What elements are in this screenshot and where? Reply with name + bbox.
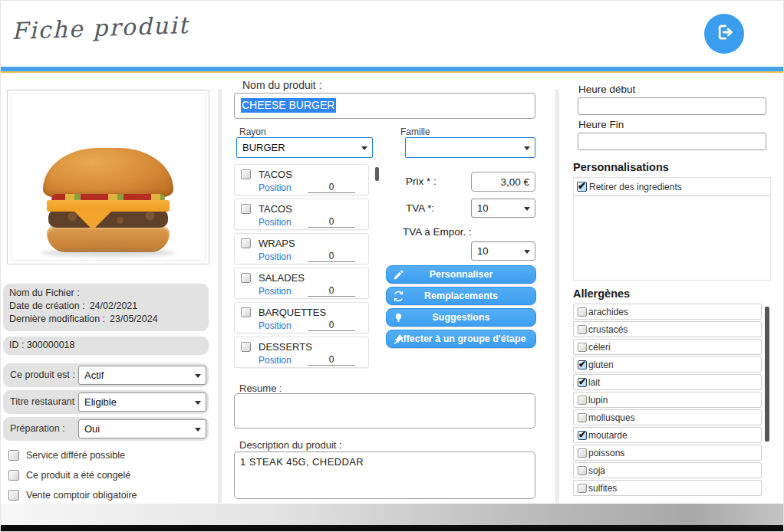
famille-select[interactable] xyxy=(405,137,535,158)
remplacements-button[interactable]: Remplacements xyxy=(386,287,536,305)
allergene-item[interactable]: mollusques xyxy=(573,409,762,425)
chevron-down-icon xyxy=(524,250,530,254)
personnalisations-panel: Retirer des ingredients xyxy=(573,177,771,281)
pin-icon xyxy=(393,333,404,345)
allergene-checkbox[interactable] xyxy=(578,325,587,334)
position-value[interactable]: 0 xyxy=(308,216,355,228)
allergene-checkbox[interactable] xyxy=(578,431,587,440)
allergene-checkbox[interactable] xyxy=(578,307,587,317)
heure-debut-input[interactable] xyxy=(578,97,766,115)
category-name: TACOS xyxy=(259,169,292,180)
titre-restaurant-row: Titre restaurant : Eligible xyxy=(3,390,209,414)
category-list-scrollbar[interactable] xyxy=(375,167,379,181)
position-value[interactable]: 0 xyxy=(308,285,355,297)
heure-debut-label: Heure début xyxy=(578,84,635,95)
heure-fin-input[interactable] xyxy=(578,133,766,150)
allergenes-list: arachidescrustacéscéleriglutenlaitlupinm… xyxy=(573,304,771,501)
rayon-select[interactable]: BURGER xyxy=(236,137,373,158)
allergene-item[interactable]: lait xyxy=(573,374,762,390)
position-label: Position xyxy=(259,286,292,297)
allergene-checkbox[interactable] xyxy=(578,448,587,458)
category-checkbox[interactable] xyxy=(241,307,251,317)
category-checkbox[interactable] xyxy=(241,273,251,283)
affecter-groupe-etape-button[interactable]: Affecter à un groupe d'étape xyxy=(386,330,536,348)
category-item: TACOSPosition0 xyxy=(234,164,369,195)
vente-comptoir-checkbox[interactable] xyxy=(8,490,19,501)
logout-button[interactable] xyxy=(704,14,744,54)
tva-select[interactable]: 10 xyxy=(471,199,535,218)
allergene-item[interactable]: arachides xyxy=(573,304,762,320)
allergene-checkbox[interactable] xyxy=(578,343,587,352)
vente-comptoir-checkbox-row: Vente comptoir obligatoire xyxy=(8,490,137,501)
position-value[interactable]: 0 xyxy=(308,354,355,366)
personnalisation-item[interactable]: Retirer des ingredients xyxy=(574,178,770,196)
heure-fin-label: Heure Fin xyxy=(578,119,624,130)
resume-textarea[interactable] xyxy=(234,393,535,429)
chevron-down-icon xyxy=(524,207,530,211)
category-checkbox[interactable] xyxy=(241,204,251,214)
allergene-checkbox[interactable] xyxy=(578,484,587,493)
category-checkbox[interactable] xyxy=(241,238,251,248)
allergenes-scrollbar[interactable] xyxy=(765,307,769,442)
allergene-checkbox[interactable] xyxy=(578,396,587,405)
category-checkbox[interactable] xyxy=(241,169,251,179)
product-status-select[interactable]: Actif xyxy=(78,366,206,385)
titre-restaurant-select[interactable]: Eligible xyxy=(78,392,206,412)
titre-restaurant-label: Titre restaurant : xyxy=(10,396,80,407)
category-checkbox[interactable] xyxy=(241,342,251,352)
allergene-item[interactable]: soja xyxy=(573,462,762,478)
allergene-label: poissons xyxy=(588,448,624,458)
column-divider xyxy=(218,89,222,503)
chevron-down-icon xyxy=(195,428,201,432)
file-name-label: Nom du Fichier : xyxy=(9,287,203,300)
chevron-down-icon xyxy=(195,374,201,378)
service-differe-checkbox[interactable] xyxy=(8,450,19,461)
product-id-panel: ID : 300000018 xyxy=(3,337,209,355)
position-value[interactable]: 0 xyxy=(308,320,355,331)
personnaliser-button[interactable]: Personnaliser xyxy=(386,265,536,284)
allergene-item[interactable]: moutarde xyxy=(573,427,762,443)
position-value[interactable]: 0 xyxy=(308,251,355,262)
prix-label: Prix * : xyxy=(406,176,436,187)
preparation-row: Préparation : Oui xyxy=(3,417,209,441)
allergene-label: crustacés xyxy=(588,324,628,335)
allergene-item[interactable]: lupin xyxy=(573,392,762,408)
allergene-item[interactable]: céleri xyxy=(573,339,762,355)
header: Fiche produit xyxy=(1,1,784,67)
allergene-checkbox[interactable] xyxy=(578,413,587,422)
preparation-select[interactable]: Oui xyxy=(78,419,206,438)
modified-date-value: 23/05/2024 xyxy=(110,314,158,324)
chevron-down-icon xyxy=(361,146,367,150)
tva-emporter-label: TVA à Empor. : xyxy=(403,226,472,238)
chevron-down-icon xyxy=(195,401,201,405)
allergene-item[interactable]: sulfites xyxy=(573,480,762,496)
product-name-label: Nom du produit : xyxy=(242,79,322,91)
allergene-item[interactable]: gluten xyxy=(573,356,762,373)
prix-input[interactable] xyxy=(471,172,535,192)
allergene-label: gluten xyxy=(588,360,614,370)
allergene-checkbox[interactable] xyxy=(578,466,587,475)
fiche-produit-window: Fiche produit xyxy=(0,0,784,532)
allergene-checkbox[interactable] xyxy=(578,378,587,387)
description-textarea[interactable]: 1 STEAK 45G, CHEDDAR xyxy=(234,452,535,499)
category-name: TACOS xyxy=(259,203,292,215)
product-image xyxy=(11,94,206,261)
category-item: TACOSPosition0 xyxy=(234,199,369,230)
position-label: Position xyxy=(259,182,292,193)
allergene-checkbox[interactable] xyxy=(578,360,587,369)
position-value[interactable]: 0 xyxy=(308,182,355,193)
pencil-icon xyxy=(393,269,404,281)
allergene-item[interactable]: crustacés xyxy=(573,321,762,337)
product-name-input[interactable]: CHEESE BURGER xyxy=(234,93,535,119)
allergene-label: lupin xyxy=(588,395,608,406)
category-name: DESSERTS xyxy=(259,341,312,353)
suggestions-button[interactable]: Suggestions xyxy=(386,308,536,327)
product-status-row: Ce produit est : Actif xyxy=(3,363,209,387)
creation-date-row: Date de création :24/02/2021 xyxy=(9,300,203,313)
personnalisation-checkbox[interactable] xyxy=(577,182,587,192)
allergene-label: lait xyxy=(588,377,600,388)
tva-emporter-select[interactable]: 10 xyxy=(471,241,535,261)
position-label: Position xyxy=(259,217,292,228)
allergene-item[interactable]: poissons xyxy=(573,445,762,461)
produit-congele-checkbox[interactable] xyxy=(8,470,19,481)
